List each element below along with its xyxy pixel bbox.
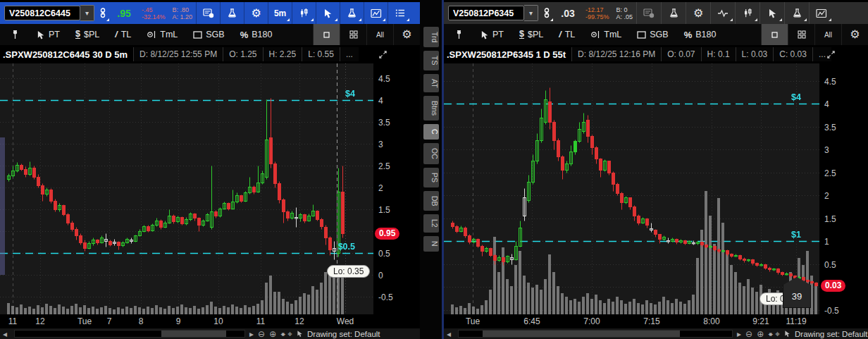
studies-flask-icon[interactable] [220, 2, 244, 24]
horizontal-scrollbar[interactable] [458, 330, 733, 338]
sidebar-tab-oc[interactable]: OC [423, 143, 439, 164]
sidebar-tab-l2[interactable]: L2 [423, 214, 439, 233]
tool-tl[interactable]: /TL [115, 30, 131, 39]
tool-tml[interactable]: TmL [590, 30, 621, 39]
scroll-left-icon[interactable]: ◂ [447, 330, 451, 338]
scroll-left-icon[interactable]: ◂ [3, 330, 7, 338]
crosshair-target-icon[interactable]: ⌖ [287, 330, 292, 338]
sidebar-tab-trd[interactable]: Trd [423, 27, 439, 47]
symbol-text: V250812P6345 [453, 8, 514, 18]
chart-datetime: D: 8/12/25 12:55 PM [133, 47, 223, 61]
fit-width-icon[interactable]: ◂▸ [768, 330, 771, 338]
symbol-input[interactable]: V250812C6445 [4, 6, 80, 20]
settings-gear-icon[interactable]: ⚙ [686, 2, 710, 24]
prophet-chart-icon[interactable] [809, 2, 833, 24]
chart-style-icon[interactable] [292, 2, 316, 24]
cursor-tool-icon[interactable] [760, 2, 784, 24]
right-price-chart[interactable]: $4$1Lo: 039 [444, 63, 819, 314]
scroll-right-icon[interactable]: ▸ [249, 330, 254, 338]
pin-icon[interactable] [8, 30, 21, 39]
cursor-tool-icon[interactable] [316, 2, 340, 24]
patterns-flask-icon[interactable] [784, 2, 809, 24]
horizontal-scrollbar[interactable] [14, 330, 245, 338]
sidebar-tab-btns[interactable]: Btns [423, 96, 439, 121]
multi-grid-button[interactable] [340, 24, 366, 45]
left-price-chart[interactable]: $4$0.5Lo: 0.35 [0, 63, 373, 314]
link-icon[interactable] [94, 2, 111, 24]
zoom-out-icon[interactable]: ⊖ [745, 330, 752, 338]
prophet-chart-icon[interactable] [364, 2, 388, 24]
y-axis-tick: 1 [824, 237, 829, 247]
sidebar-tab-db[interactable]: DB [423, 191, 439, 211]
chart-style-icon[interactable] [735, 2, 760, 24]
tool-pt[interactable]: PT [480, 30, 504, 39]
alert-level-label: $1 [791, 230, 801, 240]
tool-b180[interactable]: %B180 [684, 30, 717, 40]
single-grid-button[interactable] [313, 24, 340, 45]
zoom-in-icon[interactable]: ⊕ [269, 330, 276, 338]
sidebar-tab-list: TrdTSATBtnsCOCPSDBL2N [422, 27, 440, 252]
alerts-icon[interactable] [636, 2, 661, 24]
left-time-axis[interactable]: 1112Tue789101112Wed [0, 314, 420, 328]
zoom-out-icon[interactable]: ⊖ [258, 330, 265, 338]
time-axis-label: 8:00 [703, 316, 719, 326]
right-price-axis[interactable]: 4.543.532.521.510.5-0.50.03 [819, 63, 868, 314]
tool-sgb[interactable]: SGB [637, 30, 668, 39]
link-icon[interactable] [538, 2, 555, 24]
chart-datetime: D: 8/12/25 12:16 PM [571, 47, 661, 61]
patterns-flask-icon[interactable] [340, 2, 364, 24]
scroll-right-icon[interactable]: ▸ [737, 330, 741, 338]
maximize-chart-icon[interactable] [824, 48, 837, 61]
pointer-icon[interactable] [297, 330, 303, 338]
menu-list-icon[interactable] [388, 2, 411, 24]
scrollbar-thumb[interactable] [483, 331, 680, 337]
multi-grid-button[interactable] [788, 24, 814, 45]
left-price-axis[interactable]: 4.543.532.521.510.50-0.50.95 [373, 63, 420, 314]
sidebar-tab-at[interactable]: AT [423, 74, 439, 93]
chart-open: O: 0.07 [661, 47, 700, 61]
time-axis-label: 12 [294, 316, 304, 326]
tool-spl[interactable]: $$PL [519, 30, 543, 39]
symbol-dropdown-button[interactable]: ▾ [524, 5, 538, 21]
price-change: -.45-32.14% [142, 6, 166, 20]
tool-tl[interactable]: /TL [559, 30, 575, 39]
tick-timeframe-icon[interactable] [710, 2, 735, 24]
sidebar-tab-ts[interactable]: TS [423, 51, 439, 70]
tool-b180[interactable]: %B180 [240, 30, 273, 40]
pin-icon[interactable] [452, 30, 465, 39]
tool-pt[interactable]: PT [37, 30, 60, 39]
chart-more[interactable]: ... [340, 47, 359, 61]
right-time-axis[interactable]: Tue6:457:007:158:009:2111:19 [444, 314, 868, 328]
all-button[interactable]: All [814, 24, 841, 45]
single-grid-button[interactable] [761, 24, 788, 45]
grid-settings-gear-icon[interactable]: ⚙ [841, 24, 868, 45]
chart-low: L: 0.03 [736, 47, 774, 61]
last-price-bubble: 0.03 [821, 280, 845, 292]
symbol-input[interactable]: V250812P6345 [448, 6, 524, 20]
crosshair-target-icon[interactable]: ⌖ [775, 330, 780, 338]
maximize-chart-icon[interactable] [376, 48, 389, 61]
tool-spl[interactable]: $$PL [75, 30, 99, 39]
studies-flask-icon[interactable] [661, 2, 686, 24]
last-price: .95 [113, 8, 135, 19]
left-price-chart-canvas[interactable] [0, 63, 373, 314]
zoom-in-icon[interactable]: ⊕ [757, 330, 764, 338]
symbol-dropdown-button[interactable]: ▾ [80, 5, 94, 21]
pointer-icon[interactable] [784, 330, 790, 338]
tool-tml[interactable]: TmL [147, 30, 178, 39]
tool-sgb[interactable]: SGB [193, 30, 224, 39]
all-button[interactable]: All [366, 24, 393, 45]
left-chart-panel: V250812C6445 ▾ .95 -.45-32.14% B: .80A: … [0, 0, 420, 339]
symbol-text: V250812C6445 [9, 8, 70, 18]
sidebar-tab-n[interactable]: N [423, 236, 439, 252]
sidebar-tab-ps[interactable]: PS [423, 168, 439, 187]
sidebar-tab-c[interactable]: C [423, 124, 439, 140]
settings-gear-icon[interactable]: ⚙ [244, 2, 268, 24]
fit-width-icon[interactable]: ◂▸ [280, 330, 283, 338]
grid-settings-gear-icon[interactable]: ⚙ [393, 24, 420, 45]
y-axis-tick: 4 [824, 99, 829, 109]
timeframe-button[interactable]: 5m [268, 2, 292, 24]
scrollbar-thumb[interactable] [161, 331, 226, 337]
alerts-icon[interactable] [196, 2, 220, 24]
right-price-chart-canvas[interactable] [444, 63, 819, 314]
